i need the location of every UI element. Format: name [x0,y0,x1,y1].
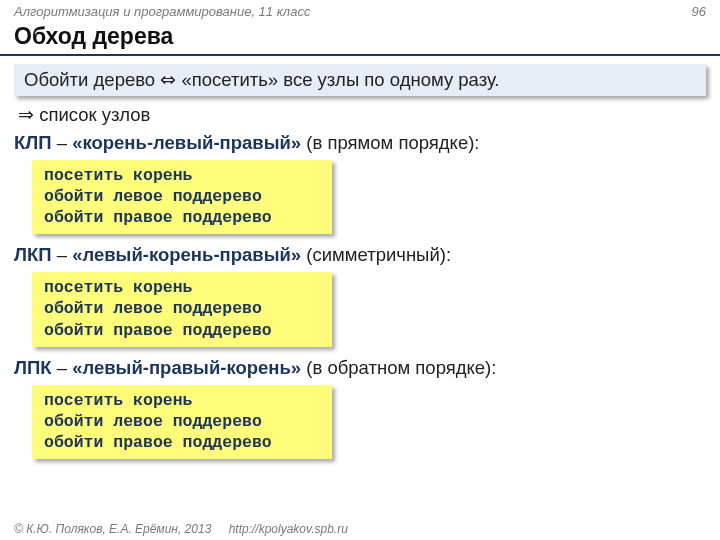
desc: «левый-корень-правый» [72,244,301,265]
page-number: 96 [692,4,706,19]
note: (в обратном порядке): [301,357,496,378]
section-head-lpk: ЛПК – «левый-правый-корень» (в обратном … [14,357,706,379]
footer-url: http://kpolyakov.spb.ru [229,522,348,536]
code-line: обойти левое поддерево [44,298,320,319]
abbr: ЛПК [14,357,52,378]
section-head-klp: КЛП – «корень-левый-правый» (в прямом по… [14,132,706,154]
code-box-lkp: посетить корень обойти левое поддерево о… [32,272,332,346]
code-line: обойти левое поддерево [44,186,320,207]
slide-header: Алгоритмизация и программирование, 11 кл… [0,0,720,21]
code-line: посетить корень [44,277,320,298]
dash: – [52,132,73,153]
code-line: обойти правое поддерево [44,432,320,453]
desc: «корень-левый-правый» [72,132,301,153]
code-line: обойти левое поддерево [44,411,320,432]
desc: «левый-правый-корень» [72,357,301,378]
slide-title: Обход дерева [0,21,720,56]
note: (в прямом порядке): [301,132,479,153]
code-box-klp: посетить корень обойти левое поддерево о… [32,160,332,234]
dash: – [52,357,73,378]
copyright: © К.Ю. Поляков, Е.А. Ерёмин, 2013 [14,522,211,536]
course-name: Алгоритмизация и программирование, 11 кл… [14,4,310,19]
section-head-lkp: ЛКП – «левый-корень-правый» (симметричны… [14,244,706,266]
code-line: посетить корень [44,165,320,186]
abbr: КЛП [14,132,52,153]
code-line: посетить корень [44,390,320,411]
dash: – [52,244,73,265]
slide-content: Обойти дерево ⇔ «посетить» все узлы по о… [0,64,720,467]
code-box-lpk: посетить корень обойти левое поддерево о… [32,385,332,459]
abbr: ЛКП [14,244,52,265]
arrow-line: ⇒ список узлов [14,104,706,126]
definition-highlight: Обойти дерево ⇔ «посетить» все узлы по о… [14,64,706,96]
code-line: обойти правое поддерево [44,207,320,228]
code-line: обойти правое поддерево [44,320,320,341]
note: (симметричный): [301,244,451,265]
slide-footer: © К.Ю. Поляков, Е.А. Ерёмин, 2013 http:/… [14,522,348,536]
